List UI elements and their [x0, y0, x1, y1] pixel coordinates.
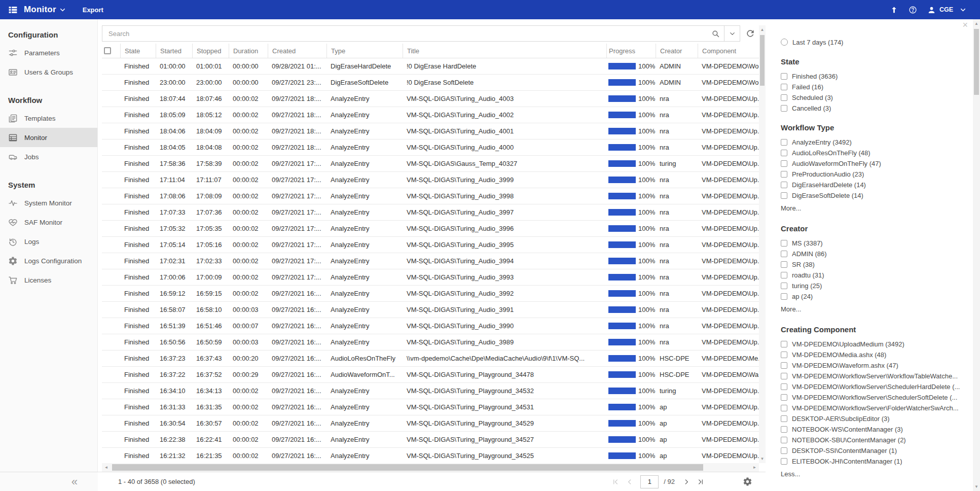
table-row[interactable]: Finished16:21:3216:21:3500:00:0209/27/20… [102, 448, 759, 463]
filter-checkbox-item[interactable]: PreProductionAudio (23) [781, 169, 968, 180]
sidebar-item-saf-monitor[interactable]: SAF Monitor [0, 213, 97, 232]
first-page-icon[interactable] [609, 475, 622, 488]
sidebar-item-monitor[interactable]: Monitor [0, 128, 97, 147]
table-row[interactable]: Finished16:59:1216:59:1500:00:0209/27/20… [102, 286, 759, 302]
sidebar-item-jobs[interactable]: Jobs [0, 147, 97, 166]
filter-checkbox-item[interactable]: VM-DPEDEMO\UploadMedium (3492) [781, 339, 968, 349]
table-row[interactable]: Finished18:05:0918:05:1200:00:0209/27/20… [102, 107, 759, 123]
filter-checkbox-item[interactable]: turing (25) [781, 280, 968, 291]
table-row[interactable]: Finished16:51:3916:51:4600:00:0709/27/20… [102, 318, 759, 334]
previous-page-icon[interactable] [623, 475, 636, 488]
filter-date-option[interactable]: Last 7 days (174) [781, 37, 968, 48]
table-row[interactable]: Finished17:00:0617:00:0900:00:0209/27/20… [102, 269, 759, 286]
scrollbar-thumb[interactable] [760, 35, 765, 86]
table-row[interactable]: Finished18:04:0518:04:0800:00:0209/27/20… [102, 139, 759, 156]
user-menu[interactable]: CGE [927, 6, 967, 14]
refresh-icon[interactable] [745, 28, 755, 39]
filter-checkbox-item[interactable]: Scheduled (3) [781, 92, 968, 103]
table-row[interactable]: Finished17:11:0417:11:0700:00:0209/27/20… [102, 172, 759, 188]
filter-checkbox-item[interactable]: VM-DPEDEMO\WorkflowServer\SchedulerHardD… [781, 381, 968, 392]
table-row[interactable]: Finished17:07:3317:07:3600:00:0209/27/20… [102, 204, 759, 221]
filter-checkbox-item[interactable]: MS (3387) [781, 238, 968, 249]
upload-icon[interactable] [890, 6, 898, 14]
sidebar-item-logs-configuration[interactable]: Logs Configuration [0, 251, 97, 270]
table-row[interactable]: Finished16:30:5416:30:5700:00:0209/27/20… [102, 415, 759, 432]
sidebar-item-users-groups[interactable]: Users & Groups [0, 62, 97, 82]
column-header-stopped[interactable]: Stopped [192, 44, 229, 58]
column-header-started[interactable]: Started [156, 44, 192, 58]
search-options-chevron-icon[interactable] [724, 26, 740, 41]
filter-checkbox-item[interactable]: DESKTOP-AER\SubclipEditor (3) [781, 413, 968, 424]
filter-checkbox-item[interactable]: AnalyzeEntry (3492) [781, 137, 968, 148]
export-menu[interactable]: Export [83, 6, 103, 14]
horizontal-scrollbar[interactable]: ◄ ► [102, 463, 759, 472]
filter-checkbox-item[interactable]: VM-DPEDEMO\Media.ashx (48) [781, 349, 968, 360]
table-row[interactable]: Finished16:34:1016:34:1300:00:0209/27/20… [102, 383, 759, 399]
filter-checkbox-item[interactable]: Finished (3636) [781, 71, 968, 82]
table-row[interactable]: Finished17:58:3617:58:3900:00:0209/27/20… [102, 156, 759, 172]
show-more-link[interactable]: More... [781, 204, 968, 215]
filter-panel-scrollbar[interactable]: ▲ ▼ [973, 19, 980, 491]
column-header-created[interactable]: Created [268, 44, 326, 58]
scroll-up-arrow[interactable]: ▲ [759, 25, 766, 34]
vertical-scrollbar[interactable]: ▲ ▼ [759, 25, 766, 463]
table-row[interactable]: Finished16:37:2316:37:4300:00:2009/27/20… [102, 350, 759, 367]
filter-checkbox-item[interactable]: VM-DPEDEMO\WorkflowServer\WorkflowTableW… [781, 371, 968, 381]
table-row[interactable]: Finished23:00:0023:00:0000:00:0009/27/20… [102, 75, 759, 91]
scrollbar-thumb[interactable] [112, 464, 703, 471]
table-row[interactable]: Finished17:08:0617:08:0900:00:0209/27/20… [102, 188, 759, 204]
filter-checkbox-item[interactable]: DESKTOP-SSI\ContentManager (1) [781, 445, 968, 456]
search-input[interactable] [102, 30, 707, 38]
show-less-link[interactable]: Less... [781, 470, 968, 480]
filter-checkbox-item[interactable]: DigEraseSoftDelete (14) [781, 190, 968, 201]
filter-checkbox-item[interactable]: NOTEBOOK-SBU\ContentManager (2) [781, 435, 968, 445]
collapse-sidebar-button[interactable]: « [0, 472, 98, 491]
filter-checkbox-item[interactable]: Failed (16) [781, 82, 968, 92]
scroll-left-arrow[interactable]: ◄ [102, 463, 111, 472]
select-all-checkbox[interactable] [104, 47, 111, 54]
sidebar-item-parameters[interactable]: Parameters [0, 43, 97, 62]
table-row[interactable]: Finished16:37:2216:37:5200:00:2909/27/20… [102, 367, 759, 383]
filter-checkbox-item[interactable]: VM-DPEDEMO\WorkflowServer\FolderWatcherS… [781, 403, 968, 413]
table-row[interactable]: Finished16:58:0716:58:1000:00:0309/27/20… [102, 302, 759, 318]
filter-checkbox-item[interactable]: DigEraseHardDelete (14) [781, 180, 968, 190]
filter-checkbox-item[interactable]: VM-DPEDEMO\WorkflowServer\SchedulerSoftD… [781, 392, 968, 403]
next-page-icon[interactable] [680, 475, 693, 488]
filter-checkbox-item[interactable]: AudioLoResOnTheFly (48) [781, 148, 968, 158]
table-row[interactable]: Finished17:05:1417:05:1600:00:0209/27/20… [102, 237, 759, 253]
table-settings-gear-icon[interactable] [743, 477, 752, 486]
table-row[interactable]: Finished16:22:3816:22:4100:00:0209/27/20… [102, 432, 759, 448]
show-more-link[interactable]: More... [781, 305, 968, 315]
column-header-progress[interactable]: Progress [606, 44, 656, 58]
table-row[interactable]: Finished16:31:3316:31:3500:00:0209/27/20… [102, 399, 759, 415]
app-switcher[interactable]: Monitor [24, 5, 66, 15]
filter-checkbox-item[interactable]: VM-DPEDEMO\Waveform.ashx (47) [781, 360, 968, 371]
filter-checkbox-item[interactable]: ADMIN (86) [781, 249, 968, 259]
sidebar-item-system-monitor[interactable]: System Monitor [0, 193, 97, 213]
table-row[interactable]: Finished18:07:4418:07:4600:00:0209/27/20… [102, 91, 759, 107]
column-header-type[interactable]: Type [326, 44, 403, 58]
column-header-creator[interactable]: Creator [656, 44, 698, 58]
sidebar-item-logs[interactable]: Logs [0, 232, 97, 251]
column-header-component[interactable]: Component [698, 44, 759, 58]
close-icon[interactable]: × [962, 20, 968, 29]
column-header-state[interactable]: State [120, 44, 156, 58]
sidebar-item-templates[interactable]: Templates [0, 109, 97, 128]
page-number-input[interactable] [640, 475, 659, 488]
scroll-down-arrow[interactable]: ▼ [759, 454, 766, 463]
filter-checkbox-item[interactable]: roadtu (31) [781, 270, 968, 280]
sidebar-item-licenses[interactable]: Licenses [0, 270, 97, 290]
column-header-title[interactable]: Title [403, 44, 606, 58]
scrollbar-thumb[interactable] [974, 29, 979, 95]
filter-checkbox-item[interactable]: AudioWaveformOnTheFly (47) [781, 158, 968, 169]
help-icon[interactable] [909, 6, 917, 14]
column-header-duration[interactable]: Duration [229, 44, 268, 58]
filter-checkbox-item[interactable]: SR (38) [781, 259, 968, 270]
table-row[interactable]: Finished17:02:3117:02:3300:00:0209/27/20… [102, 253, 759, 269]
table-row[interactable]: Finished01:00:0001:00:0100:00:0009/28/20… [102, 58, 759, 75]
scroll-right-arrow[interactable]: ► [750, 463, 759, 472]
filter-checkbox-item[interactable]: ELITEBOOK-JHI\ContentManager (1) [781, 456, 968, 467]
table-row[interactable]: Finished17:05:3217:05:3500:00:0209/27/20… [102, 221, 759, 237]
scroll-up-arrow[interactable]: ▲ [972, 19, 980, 28]
scroll-down-arrow[interactable]: ▼ [972, 482, 980, 491]
